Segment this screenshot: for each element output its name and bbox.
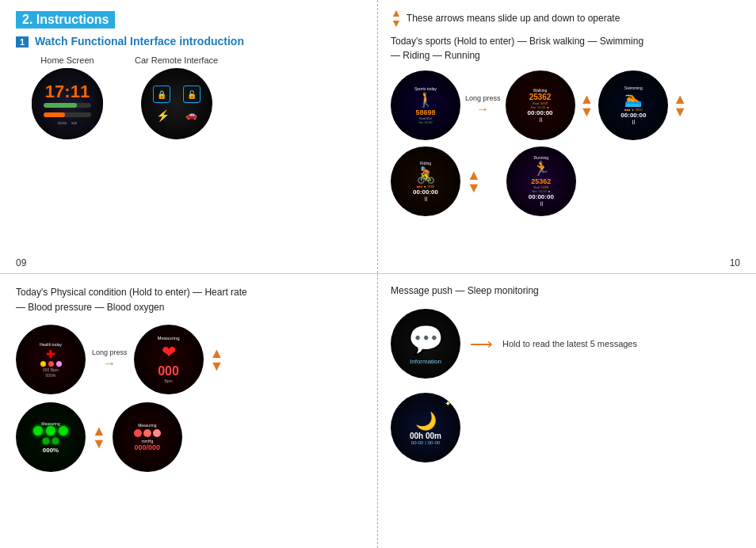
health-today-watch: Health today ✚ 000 Bpm 000% [16, 325, 86, 394]
section-title: 2. Instructions [16, 11, 115, 29]
page-container: 2. Instructions 1 Watch Functional Inter… [0, 0, 756, 548]
left-top-panel: 2. Instructions 1 Watch Functional Inter… [0, 0, 378, 273]
sleep-screen: ✦ 🌙 00h 00m 00-00 | 00-00 [391, 393, 460, 462]
sports-row-1: Sports today 🚶 58698 Kcal 854 Km 56.00 L… [391, 70, 743, 140]
sub-title-1: 1 Watch Functional Interface introductio… [16, 35, 361, 48]
home-bar-1 [44, 103, 91, 108]
dot-pink [56, 361, 62, 367]
car-icon-light: ⚡ [156, 109, 170, 122]
measuring-heart-screen: Measuring ❤ 000 Bpm [134, 325, 204, 394]
runner-icon: 🏃 [533, 160, 550, 177]
sports-row-2: Riding 🚴 ■■■ ● 0000 00:00:00 ⏸ ▲▼ [391, 147, 743, 216]
swimming-arrows-icon: ▲▼ [673, 93, 687, 118]
info-label: Information [410, 358, 441, 365]
health-today-screen: Health today ✚ 000 Bpm 000% [16, 325, 86, 394]
page-number-left: 09 [16, 257, 26, 268]
green-dot-5 [52, 438, 59, 444]
chat-bubble-icon: 💬 [408, 323, 444, 356]
riding-screen: Riding 🚴 ■■■ ● 0000 00:00:00 ⏸ [391, 147, 460, 216]
green-dots-row-2 [43, 438, 59, 444]
measuring-heart-watch: Measuring ❤ 000 Bpm [134, 325, 204, 394]
health-row-1: Health today ✚ 000 Bpm 000% [16, 325, 361, 394]
swimming-watch: Swimming 🏊 ■■■ ● 0000 00:00:00 ⏸ [598, 70, 668, 140]
car-icons-bottom: ⚡ 🚗 [156, 109, 197, 122]
green-dot-3 [59, 426, 68, 436]
arrows-note-text: These arrows means slide up and down to … [407, 13, 620, 24]
home-bar-2 [44, 112, 91, 117]
moon-icon: 🌙 [415, 411, 437, 432]
bp-screen: Measuring mmHg 000/000 [113, 402, 182, 472]
car-icons-top-row: 🔒 🔓 [153, 86, 200, 103]
car-icon-car: 🚗 [185, 109, 197, 122]
dot-red [48, 361, 54, 367]
person-icon: 🚶 [417, 91, 434, 108]
home-screen-label: Home Screen [40, 55, 94, 65]
health-row-2: Measuring 000% [16, 402, 361, 472]
message-description: Message push — Sleep monitoring [391, 285, 743, 296]
walking-screen: Walking 25362 Kcal 0000 Km 56.00 ● [506, 70, 575, 140]
information-watch: 💬 Information [391, 309, 460, 379]
health-arrow-right: → [103, 356, 116, 371]
home-screen-watch: 85% 00000 17:11 00003 888 [32, 68, 103, 139]
physical-description: Today's Physical condition (Hold to ente… [16, 285, 361, 315]
arrows-note: ▲▼ These arrows means slide up and down … [391, 8, 743, 28]
arrow-right-icon: → [476, 102, 489, 116]
car-remote-bg: 🔒 🔓 ⚡ 🚗 [141, 68, 212, 139]
car-remote-item: Car Remote Interface 🔒 🔓 ⚡ 🚗 [135, 55, 218, 139]
blood-oxygen-watch: Measuring 000% [16, 402, 86, 472]
running-watch: Running 🏃 25362 Kcal 0000 Km 56.00 ● [506, 147, 576, 216]
right-bottom-panel: Message push — Sleep monitoring 💬 Inform… [378, 274, 756, 548]
health-dots [40, 361, 62, 367]
top-half: 2. Instructions 1 Watch Functional Inter… [0, 0, 756, 274]
health-cross-icon: ✚ [46, 348, 55, 360]
star-icon: ✦ [445, 399, 451, 408]
blood-pressure-watch: Measuring mmHg 000/000 [113, 402, 182, 472]
sports-grid: Sports today 🚶 58698 Kcal 854 Km 56.00 L… [391, 70, 743, 216]
walking-number: 25362 [529, 93, 552, 101]
green-dots-screen: Measuring 000% [16, 402, 86, 472]
info-bg: 💬 Information [391, 309, 460, 379]
page-number-right: 10 [730, 257, 740, 268]
car-icon-lock: 🔒 [153, 86, 170, 103]
heart-arrows-icon: ▲▼ [210, 347, 224, 372]
heart-icon: ❤ [162, 342, 176, 363]
information-item: 💬 Information ⟶ Hold to read the latest … [391, 309, 743, 379]
rider-icon: 🚴 [416, 166, 436, 185]
home-bottom-stats: 00003 888 [58, 121, 77, 125]
health-grid: Health today ✚ 000 Bpm 000% [16, 325, 361, 472]
up-down-arrows-icon: ▲▼ [391, 8, 402, 28]
riding-watch: Riding 🚴 ■■■ ● 0000 00:00:00 ⏸ [391, 147, 460, 216]
car-remote-watch: 🔒 🔓 ⚡ 🚗 [141, 68, 212, 139]
health-long-press: Long press → [92, 348, 128, 371]
green-dots-row-1 [33, 426, 68, 436]
long-press-label: Long press → [465, 94, 501, 116]
right-top-panel: ▲▼ These arrows means slide up and down … [378, 0, 756, 273]
info-arrow-right-icon: ⟶ [470, 334, 493, 353]
walking-watch: Walking 25362 Kcal 0000 Km 56.00 ● [506, 70, 575, 140]
sports-description: Today's sports (Hold to enter) — Brisk w… [391, 34, 743, 63]
sports-number: 58698 [415, 108, 435, 116]
riding-arrows-icon: ▲▼ [467, 169, 481, 194]
home-time-display: 17:11 [45, 83, 90, 101]
car-icon-unlock: 🔓 [183, 86, 200, 103]
swim-icon: 🏊 [624, 90, 642, 108]
walking-arrows-icon: ▲▼ [580, 93, 594, 118]
home-top-bar: 85% 00000 [38, 73, 97, 77]
watch-display-row: Home Screen 85% 00000 17:11 00003 [32, 55, 361, 139]
sports-today-screen: Sports today 🚶 58698 Kcal 854 Km 56.00 [391, 70, 460, 140]
green-dot-2 [46, 426, 55, 436]
home-screen-bg: 85% 00000 17:11 00003 888 [32, 68, 103, 139]
bottom-half: Today's Physical condition (Hold to ente… [0, 274, 756, 548]
oxygen-arrows-icon: ▲▼ [92, 424, 106, 450]
sleep-watch: ✦ 🌙 00h 00m 00-00 | 00-00 [391, 393, 460, 462]
sports-today-watch: Sports today 🚶 58698 Kcal 854 Km 56.00 [391, 70, 460, 140]
walking-time: 00:00:00 [528, 109, 553, 116]
sub-title-num: 1 [16, 36, 29, 48]
message-items: 💬 Information ⟶ Hold to read the latest … [391, 309, 743, 462]
car-remote-label: Car Remote Interface [135, 55, 218, 65]
green-dot-1 [33, 426, 43, 436]
home-screen-item: Home Screen 85% 00000 17:11 00003 [32, 55, 103, 139]
running-screen: Running 🏃 25362 Kcal 0000 Km 56.00 ● [506, 147, 576, 216]
left-bottom-panel: Today's Physical condition (Hold to ente… [0, 274, 378, 548]
sleep-item: ✦ 🌙 00h 00m 00-00 | 00-00 [391, 393, 743, 462]
